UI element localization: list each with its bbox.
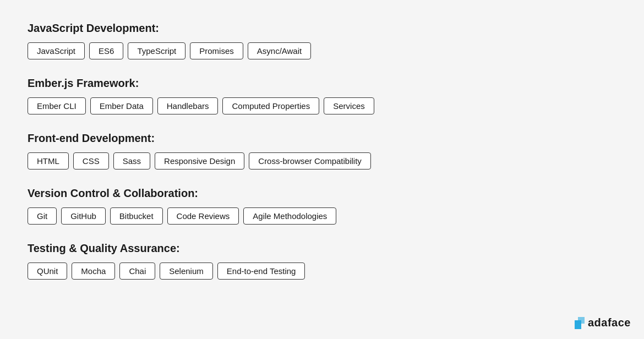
- tag-item: Services: [324, 97, 374, 114]
- tag-item: Chai: [119, 263, 155, 280]
- tag-item: End-to-end Testing: [217, 263, 305, 280]
- section-title-version-control: Version Control & Collaboration:: [28, 187, 616, 200]
- section-frontend-development: Front-end Development:HTMLCSSSassRespons…: [28, 132, 616, 170]
- tag-item: Sass: [113, 152, 150, 170]
- section-javascript-development: JavaScript Development:JavaScriptES6Type…: [28, 22, 616, 59]
- tag-item: Selenium: [160, 263, 213, 280]
- tags-javascript-development: JavaScriptES6TypeScriptPromisesAsync/Awa…: [28, 42, 616, 59]
- tag-item: Async/Await: [248, 42, 311, 59]
- tag-item: Computed Properties: [222, 97, 319, 114]
- section-title-javascript-development: JavaScript Development:: [28, 22, 616, 35]
- tag-item: CSS: [73, 152, 109, 170]
- tag-item: TypeScript: [128, 42, 185, 59]
- section-title-frontend-development: Front-end Development:: [28, 132, 616, 145]
- tag-item: Ember Data: [90, 97, 153, 114]
- section-emberjs-framework: Ember.js Framework:Ember CLIEmber DataHa…: [28, 77, 616, 114]
- main-content: JavaScript Development:JavaScriptES6Type…: [0, 0, 644, 319]
- tags-version-control: GitGitHubBitbucketCode ReviewsAgile Meth…: [28, 207, 616, 225]
- tag-item: Bitbucket: [110, 207, 163, 225]
- section-version-control: Version Control & Collaboration:GitGitHu…: [28, 187, 616, 225]
- tag-item: Agile Methodologies: [243, 207, 336, 225]
- section-testing-qa: Testing & Quality Assurance:QUnitMochaCh…: [28, 242, 616, 280]
- tag-item: Handlebars: [157, 97, 219, 114]
- branding-text: adaface: [588, 316, 631, 329]
- svg-rect-1: [578, 317, 585, 324]
- tag-item: QUnit: [28, 263, 67, 280]
- tag-item: Git: [28, 207, 57, 225]
- section-title-emberjs-framework: Ember.js Framework:: [28, 77, 616, 90]
- tags-frontend-development: HTMLCSSSassResponsive DesignCross-browse…: [28, 152, 616, 170]
- tag-item: GitHub: [61, 207, 106, 225]
- tag-item: ES6: [89, 42, 123, 59]
- tag-item: Responsive Design: [155, 152, 244, 170]
- tag-item: Promises: [190, 42, 243, 59]
- tag-item: Mocha: [72, 263, 115, 280]
- tag-item: Ember CLI: [28, 97, 86, 114]
- tags-emberjs-framework: Ember CLIEmber DataHandlebarsComputed Pr…: [28, 97, 616, 114]
- section-title-testing-qa: Testing & Quality Assurance:: [28, 242, 616, 255]
- branding: adaface: [575, 316, 631, 329]
- adaface-icon: [575, 317, 585, 329]
- tag-item: Cross-browser Compatibility: [249, 152, 371, 170]
- tag-item: Code Reviews: [167, 207, 239, 225]
- tags-testing-qa: QUnitMochaChaiSeleniumEnd-to-end Testing: [28, 263, 616, 280]
- tag-item: JavaScript: [28, 42, 85, 59]
- tag-item: HTML: [28, 152, 69, 170]
